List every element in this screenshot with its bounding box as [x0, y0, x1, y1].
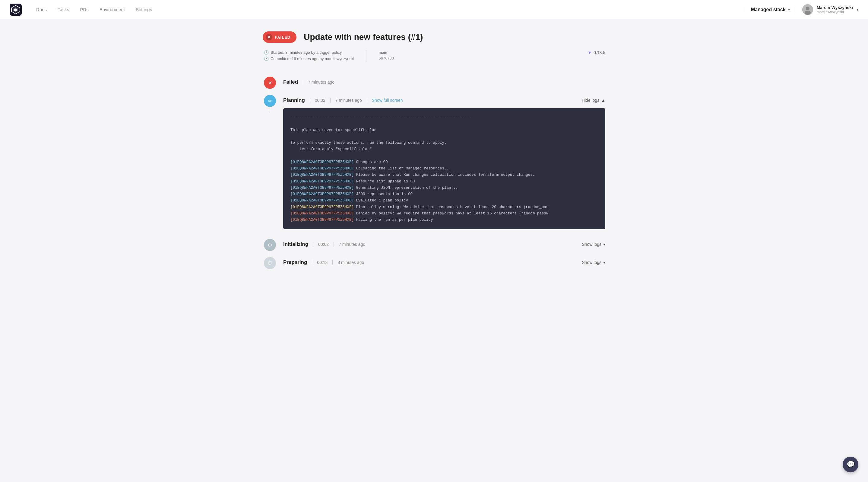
commit-icon: 🕐	[264, 56, 269, 61]
step-preparing-name: Preparing	[283, 259, 307, 265]
title-row: ✕ FAILED Update with new features (#1)	[263, 31, 605, 43]
log-msg-10: Failing the run as per plan policy	[356, 218, 433, 222]
step-planning-line	[270, 107, 270, 113]
branch-name: main	[378, 50, 394, 55]
log-plan-saved: This plan was saved to: spacelift.plan	[290, 128, 376, 132]
tf-version: ▼ 0.13.5	[588, 50, 605, 55]
step-failed-line	[270, 89, 270, 95]
avatar	[802, 4, 813, 15]
managed-stack-selector[interactable]: Managed stack ▾	[745, 7, 796, 12]
log-to-perform: To perform exactly these actions, run th…	[290, 141, 447, 145]
failed-label: FAILED	[275, 35, 290, 39]
chevron-down-icon-preparing: ▾	[603, 260, 605, 265]
nav-tasks[interactable]: Tasks	[58, 6, 69, 13]
step-planning-connector: ✏	[263, 95, 277, 113]
nav-environment[interactable]: Environment	[99, 6, 125, 13]
step-preparing-sep1	[312, 260, 312, 265]
step-planning-content: Planning 00:02 7 minutes ago Show full s…	[277, 95, 605, 239]
svg-point-5	[806, 7, 809, 10]
nav-prs[interactable]: PRs	[80, 6, 88, 13]
step-planning: ✏ Planning 00:02 7 minutes ago Show full…	[263, 95, 605, 239]
step-preparing-header: Preparing 00:13 8 minutes ago Show logs …	[283, 259, 605, 265]
show-logs-initializing-button[interactable]: Show logs ▾	[582, 242, 605, 247]
chevron-up-icon: ▲	[601, 98, 605, 103]
log-msg-6: JSON representation is GO	[356, 192, 413, 196]
log-id-5: [01EQ8WFA2A0T3B9P97FP5Z5HXB]	[290, 186, 354, 190]
step-initializing-ago: 7 minutes ago	[339, 242, 365, 247]
step-preparing: ⏱ Preparing 00:13 8 minutes ago Show log…	[263, 257, 605, 275]
log-msg-5: Generating JSON representation of the pl…	[356, 186, 458, 190]
step-planning-sep3	[367, 98, 367, 103]
step-initializing-content: Initializing 00:02 7 minutes ago Show lo…	[277, 239, 605, 257]
user-chevron-icon: ▾	[857, 7, 858, 12]
step-planning-duration: 00:02	[315, 98, 326, 103]
meta-section: 🕐 Started: 8 minutes ago by a trigger po…	[263, 50, 605, 62]
show-logs-preparing-label: Show logs	[582, 260, 601, 265]
show-fullscreen-link[interactable]: Show full screen	[372, 98, 403, 103]
log-msg-2: Uploading the list of managed resources.…	[356, 166, 451, 171]
step-initializing-connector: ⚙	[263, 239, 277, 257]
log-id-3: [01EQ8WFA2A0T3B9P97FP5Z5HXB]	[290, 173, 354, 177]
step-planning-icon: ✏	[264, 95, 276, 107]
log-id-2: [01EQ8WFA2A0T3B9P97FP5Z5HXB]	[290, 166, 354, 171]
step-preparing-connector: ⏱	[263, 257, 277, 269]
header: Runs Tasks PRs Environment Settings Mana…	[0, 0, 868, 19]
log-msg-9: Denied by policy: We require that passwo…	[356, 211, 549, 216]
log-id-8: [01EQ8WFA2A0T3B9P97FP5Z5HXB]	[290, 205, 354, 209]
logo[interactable]	[10, 4, 22, 16]
show-logs-preparing-button[interactable]: Show logs ▾	[582, 260, 605, 265]
nav-links: Runs Tasks PRs Environment Settings	[36, 6, 745, 13]
step-failed-sep	[303, 80, 303, 85]
step-planning-sep1	[310, 98, 310, 103]
committed-line: 🕐 Committed: 16 minutes ago by marcinwys…	[264, 56, 354, 61]
meta-divider	[366, 50, 367, 62]
failed-badge: ✕ FAILED	[263, 31, 297, 43]
user-handle: marcinwyszynski	[817, 10, 853, 14]
clock-icon: 🕐	[264, 50, 269, 55]
log-id-4: [01EQ8WFA2A0T3B9P97FP5Z5HXB]	[290, 179, 354, 183]
log-id-6: [01EQ8WFA2A0T3B9P97FP5Z5HXB]	[290, 192, 354, 196]
log-id-7: [01EQ8WFA2A0T3B9P97FP5Z5HXB]	[290, 198, 354, 203]
nav-settings[interactable]: Settings	[136, 6, 152, 13]
hide-logs-button[interactable]: Hide logs ▲	[582, 98, 605, 103]
show-logs-initializing-label: Show logs	[582, 242, 601, 247]
meta-branch-commit: main 6b76730	[378, 50, 394, 60]
step-preparing-content: Preparing 00:13 8 minutes ago Show logs …	[277, 257, 605, 275]
step-initializing-sep1	[313, 242, 313, 247]
commit-hash: 6b76730	[378, 56, 394, 60]
log-id-1: [01EQ8WFA2A0T3B9P97FP5Z5HXB]	[290, 160, 354, 164]
step-initializing-header: Initializing 00:02 7 minutes ago Show lo…	[283, 241, 605, 247]
step-preparing-icon: ⏱	[264, 257, 276, 269]
log-msg-1: Changes are GO	[356, 160, 388, 164]
step-planning-name: Planning	[283, 97, 305, 103]
log-tf-apply: terraform apply "spacelift.plan"	[290, 147, 372, 151]
user-menu[interactable]: Marcin Wyszynski marcinwyszynski ▾	[796, 4, 858, 15]
log-msg-4: Resource list upload is GO	[356, 179, 415, 183]
nav-runs[interactable]: Runs	[36, 6, 47, 13]
step-failed-connector: ✕	[263, 77, 277, 95]
step-initializing-line	[270, 251, 270, 257]
hide-logs-label: Hide logs	[582, 98, 599, 103]
meta-times: 🕐 Started: 8 minutes ago by a trigger po…	[264, 50, 354, 61]
managed-stack-label: Managed stack	[751, 7, 786, 12]
log-msg-7: Evaluated 1 plan policy	[356, 198, 408, 203]
committed-text: Committed: 16 minutes ago by marcinwyszy…	[271, 56, 354, 61]
terraform-icon: ▼	[588, 50, 592, 55]
step-failed-header: Failed 7 minutes ago	[283, 79, 605, 85]
svg-point-6	[805, 10, 811, 15]
step-failed: ✕ Failed 7 minutes ago	[263, 77, 605, 95]
log-separator-line: ----------------------------------------…	[290, 115, 471, 119]
step-failed-name: Failed	[283, 79, 298, 85]
log-msg-3: Please be aware that Run changes calcula…	[356, 173, 535, 177]
planning-log-terminal: ----------------------------------------…	[283, 108, 605, 229]
step-initializing-sep2	[334, 242, 334, 247]
failed-x-icon: ✕	[266, 34, 272, 40]
step-preparing-duration: 00:13	[317, 260, 328, 265]
chevron-down-icon-initializing: ▾	[603, 242, 605, 247]
step-initializing-name: Initializing	[283, 241, 308, 247]
step-failed-content: Failed 7 minutes ago	[277, 77, 605, 95]
chevron-down-icon: ▾	[788, 7, 790, 12]
step-planning-sep2	[330, 98, 331, 103]
user-info: Marcin Wyszynski marcinwyszynski	[817, 5, 853, 14]
chat-button[interactable]: 💬	[843, 457, 858, 472]
